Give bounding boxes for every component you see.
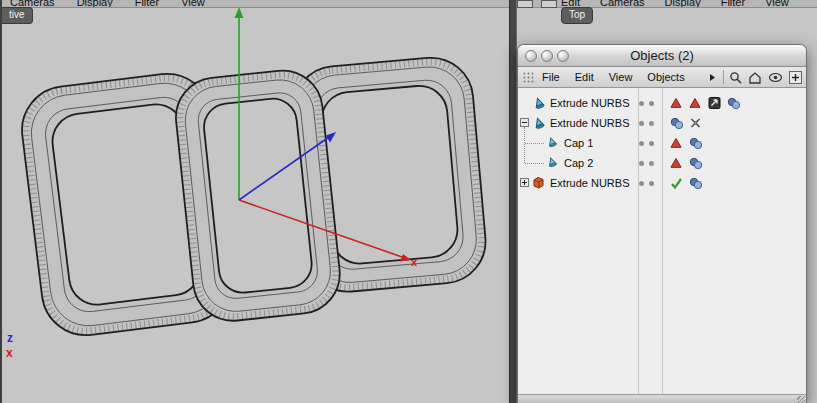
tree-connector <box>525 143 544 144</box>
visibility-dot[interactable] <box>639 141 644 146</box>
menu-display[interactable]: Display <box>665 0 701 8</box>
cap-blue-icon <box>546 136 558 148</box>
visibility-dot[interactable] <box>649 101 654 106</box>
object-row[interactable]: Extrude NURBS <box>518 173 806 193</box>
visibility-dot[interactable] <box>639 181 644 186</box>
axis-gizmo-x-label: x <box>6 346 13 360</box>
expander-minus-icon[interactable] <box>520 118 529 127</box>
object-row[interactable]: Cap 1 <box>518 133 806 153</box>
menu-cameras[interactable]: Cameras <box>600 0 645 8</box>
palette-menu-file[interactable]: File <box>542 71 560 83</box>
phong-icon[interactable] <box>689 157 703 170</box>
palette-menu: FileEditViewObjects <box>542 71 685 83</box>
visibility-dot[interactable] <box>639 101 644 106</box>
red-tri-icon[interactable] <box>670 97 682 109</box>
frame-object-middle[interactable] <box>172 67 344 325</box>
axis-x-end-label: x <box>411 256 417 268</box>
palette-statusbar <box>518 394 806 403</box>
viewport-window-icon[interactable] <box>541 0 557 8</box>
object-label: Cap 2 <box>564 157 593 169</box>
palette-menu-view[interactable]: View <box>609 71 633 83</box>
visibility-dot[interactable] <box>649 181 654 186</box>
visibility-dot[interactable] <box>639 161 644 166</box>
viewport-splitter[interactable] <box>509 0 517 403</box>
menu-overflow-arrow-icon[interactable] <box>709 73 716 82</box>
object-row[interactable]: Cap 2 <box>518 153 806 173</box>
extrude-red-icon <box>532 176 545 189</box>
view-label-perspective[interactable]: tive <box>2 7 33 24</box>
palette-menu-edit[interactable]: Edit <box>575 71 594 83</box>
app-root: { "left_viewport": { "label": "tive", "m… <box>0 0 817 403</box>
red-tri-icon[interactable] <box>670 137 682 149</box>
palette-toolbar <box>729 71 802 84</box>
palette-titlebar[interactable]: Objects (2) <box>518 45 806 67</box>
phong-icon[interactable] <box>689 137 703 150</box>
objects-panel-window: Objects (2) FileEditViewObjects Extrude … <box>517 44 807 403</box>
object-label: Extrude NURBS <box>550 117 629 129</box>
perspective-viewport[interactable]: CamerasDisplayFilterView tive z x x <box>0 0 509 403</box>
menu-display[interactable]: Display <box>77 0 113 8</box>
arrow-tag-icon[interactable] <box>708 97 721 109</box>
green-check-icon[interactable] <box>670 177 683 190</box>
red-tri-icon[interactable] <box>689 97 701 109</box>
add-icon[interactable] <box>789 71 802 84</box>
drag-handle-icon[interactable] <box>522 70 536 84</box>
visibility-dot[interactable] <box>639 121 644 126</box>
menu-filter[interactable]: Filter <box>721 0 745 8</box>
object-row[interactable]: Extrude NURBS <box>518 113 806 133</box>
tree-connector <box>525 163 544 164</box>
scene-3d <box>2 0 511 403</box>
menu-view[interactable]: View <box>181 0 205 8</box>
object-label: Cap 1 <box>564 137 593 149</box>
menu-filter[interactable]: Filter <box>135 0 159 8</box>
toolbar-separator <box>723 70 724 84</box>
phong-icon[interactable] <box>689 177 703 190</box>
phong-icon[interactable] <box>670 117 684 130</box>
phong-icon[interactable] <box>727 97 741 110</box>
red-tri-icon[interactable] <box>670 157 682 169</box>
left-viewport-menu: CamerasDisplayFilterView <box>2 0 509 8</box>
home-icon[interactable] <box>748 71 762 84</box>
object-label: Extrude NURBS <box>550 97 629 109</box>
palette-title: Objects (2) <box>518 48 806 63</box>
object-label: Extrude NURBS <box>550 177 629 189</box>
palette-menu-objects[interactable]: Objects <box>647 71 684 83</box>
visibility-dot[interactable] <box>649 121 654 126</box>
object-row[interactable]: Extrude NURBS <box>518 93 806 113</box>
search-icon[interactable] <box>729 71 742 84</box>
view-label-top[interactable]: Top <box>561 7 593 24</box>
cap-blue-icon <box>546 156 558 168</box>
left-viewport-menubar: CamerasDisplayFilterView <box>2 0 509 8</box>
expander-plus-icon[interactable] <box>520 178 529 187</box>
resize-grip[interactable] <box>797 396 805 403</box>
palette-menubar: FileEditViewObjects <box>518 67 806 88</box>
eye-icon[interactable] <box>768 72 783 83</box>
object-list: Extrude NURBSExtrude NURBSCap 1Cap 2Extr… <box>518 88 806 394</box>
visibility-dot[interactable] <box>649 141 654 146</box>
extrude-blue-icon <box>532 96 546 110</box>
menu-view[interactable]: View <box>765 0 789 8</box>
axis-gizmo-z-label: z <box>7 331 13 345</box>
extrude-blue-icon <box>532 116 546 130</box>
viewport-window-icon[interactable] <box>517 0 533 8</box>
cross-tag-icon[interactable] <box>689 117 702 129</box>
visibility-dot[interactable] <box>649 161 654 166</box>
